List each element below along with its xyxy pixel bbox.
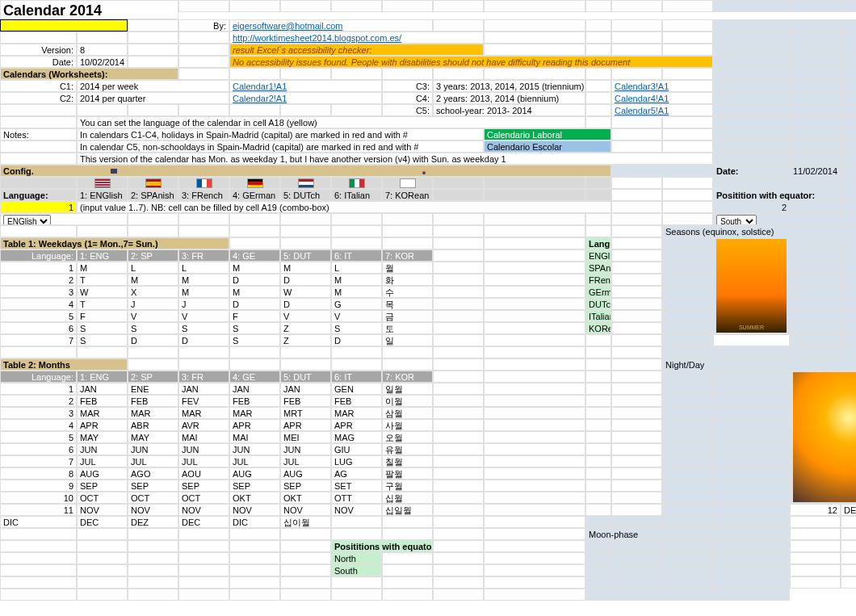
t2-r6-c5: JUL: [280, 455, 331, 467]
t1-col-1: 1: ENG: [77, 249, 128, 262]
t1-r1-c2: M: [128, 274, 178, 286]
t1-r2-c7: 수: [382, 286, 433, 298]
table1-header: Table 1: Weekdays (1= Mon.,7= Sun.): [0, 237, 229, 249]
t1-r0-c1: M: [77, 262, 128, 274]
t2-r2-c7: 삼월: [382, 407, 433, 419]
t2-r8-c6: SET: [331, 480, 382, 492]
acc-msg: No accessibility issues found. People wi…: [229, 56, 713, 68]
t1-r4-c6: V: [331, 310, 382, 322]
side-lang-6: KORean: [585, 322, 611, 334]
t2-r1-c4: FEB: [229, 395, 280, 407]
t2-r4-idx: 5: [0, 431, 77, 443]
position-value[interactable]: 2: [713, 201, 790, 213]
t1-r0-c3: L: [178, 262, 229, 274]
t2-r8-c1: SEP: [77, 480, 128, 492]
side-lang-3: GErman: [585, 286, 611, 298]
t2-r7-c5: AUG: [280, 467, 331, 480]
flag-es-icon: [128, 177, 178, 189]
lang-value-cell[interactable]: 1: [0, 201, 77, 213]
t2-r3-c3: AVR: [178, 419, 229, 431]
c5-link[interactable]: Calendar5!A1: [611, 104, 713, 116]
t2-r2-c2: MAR: [128, 407, 178, 419]
lang-hint: (input value 1..7). NB: cell can be fill…: [77, 201, 611, 213]
t1-r3-c3: J: [178, 298, 229, 310]
lang-opt-3: 4: GErman: [229, 189, 280, 201]
lang-opt-1: 2: SPAnish: [128, 189, 178, 201]
t2-r4-c5: MEI: [280, 431, 331, 443]
email-link[interactable]: eigersoftware@hotmail.com: [229, 19, 433, 31]
t2-col-1: 1: ENG: [77, 371, 128, 383]
side-lang-4: DUTch: [585, 298, 611, 310]
t2-r11-c4: DEZ: [128, 516, 178, 528]
t2-r3-c7: 사월: [382, 419, 433, 431]
c4-link[interactable]: Calendar4!A1: [611, 92, 713, 104]
t2-r1-c3: FEV: [178, 395, 229, 407]
t2-r5-c5: JUN: [280, 443, 331, 455]
t2-r2-c4: MAR: [229, 407, 280, 419]
url-link[interactable]: http://worktimesheet2014.blogspot.com.es…: [229, 31, 484, 44]
t2-r10-c4: NOV: [229, 504, 280, 516]
note-2: In calendar C5, non-schooldays in Spain-…: [77, 140, 484, 153]
t2-r6-c2: JUL: [128, 455, 178, 467]
by-label: By:: [178, 19, 229, 31]
t2-r4-c7: 오월: [382, 431, 433, 443]
position-combo[interactable]: South: [716, 215, 757, 225]
t1-r5-c6: S: [331, 322, 382, 334]
page-title: Calendar 2014: [0, 0, 178, 19]
note-3: This version of the calendar has Mon. as…: [77, 153, 713, 165]
t2-r0-c6: GEN: [331, 383, 382, 395]
t1-r6-c6: D: [331, 334, 382, 346]
t2-r5-idx: 6: [0, 443, 77, 455]
c2-link[interactable]: Calendar2!A1: [229, 92, 382, 104]
c5-text: school-year: 2013- 2014: [433, 104, 585, 116]
t2-r10-c7: 십일월: [382, 504, 433, 516]
t2-r8-c2: SEP: [128, 480, 178, 492]
t1-r1-c7: 화: [382, 274, 433, 286]
pos-north: North: [331, 552, 382, 564]
position-label: Positition with equator:: [713, 189, 841, 201]
c1-link[interactable]: Calendar1!A1: [229, 80, 382, 92]
t2-col-6: 6: IT: [331, 371, 382, 383]
side-lang-0: ENGlish: [585, 249, 611, 262]
t2-r2-idx: 3: [0, 407, 77, 419]
c2-text: 2014 per quarter: [77, 92, 229, 104]
t1-r0-c5: M: [280, 262, 331, 274]
nightday-image: [790, 371, 856, 504]
t1-r5-c2: S: [128, 322, 178, 334]
t1-r3-c2: J: [128, 298, 178, 310]
right-date-value: 11/02/2014: [790, 165, 841, 177]
t2-r3-c1: APR: [77, 419, 128, 431]
t2-r5-c2: JUN: [128, 443, 178, 455]
version-value: 8: [77, 44, 128, 56]
t2-r7-idx: 8: [0, 467, 77, 480]
t1-r1-c5: D: [280, 274, 331, 286]
t2-r10-c3: NOV: [178, 504, 229, 516]
t2-r0-c1: JAN: [77, 383, 128, 395]
c4-label: C4:: [382, 92, 433, 104]
t2-r7-c2: AGO: [128, 467, 178, 480]
lang-combo[interactable]: ENGlish: [3, 215, 51, 225]
t2-r11-c5: DEC: [178, 516, 229, 528]
t2-r9-c2: OCT: [128, 492, 178, 504]
t2-r9-idx: 10: [0, 492, 77, 504]
t2-r2-c3: MAR: [178, 407, 229, 419]
t2-r6-c6: LUG: [331, 455, 382, 467]
t1-r0-c2: L: [128, 262, 178, 274]
t2-r3-c6: APR: [331, 419, 382, 431]
t2-r10-c6: NOV: [331, 504, 382, 516]
t1-r6-c4: S: [229, 334, 280, 346]
position-combo-wrap: South: [713, 213, 790, 225]
t1-r5-idx: 6: [0, 322, 77, 334]
t2-r1-c2: FEB: [128, 395, 178, 407]
t2-r7-c7: 팔월: [382, 467, 433, 480]
t1-r6-c2: D: [128, 334, 178, 346]
t2-r9-c5: OKT: [280, 492, 331, 504]
t2-r3-c2: ABR: [128, 419, 178, 431]
t1-r6-c1: S: [77, 334, 128, 346]
lang-opt-5: 6: ITalian: [331, 189, 382, 201]
t1-r2-c6: M: [331, 286, 382, 298]
side-lang-2: FRench: [585, 274, 611, 286]
c3-link[interactable]: Calendar3!A1: [611, 80, 713, 92]
selected-cell[interactable]: [0, 19, 128, 31]
side-lang-1: SPAnish: [585, 262, 611, 274]
